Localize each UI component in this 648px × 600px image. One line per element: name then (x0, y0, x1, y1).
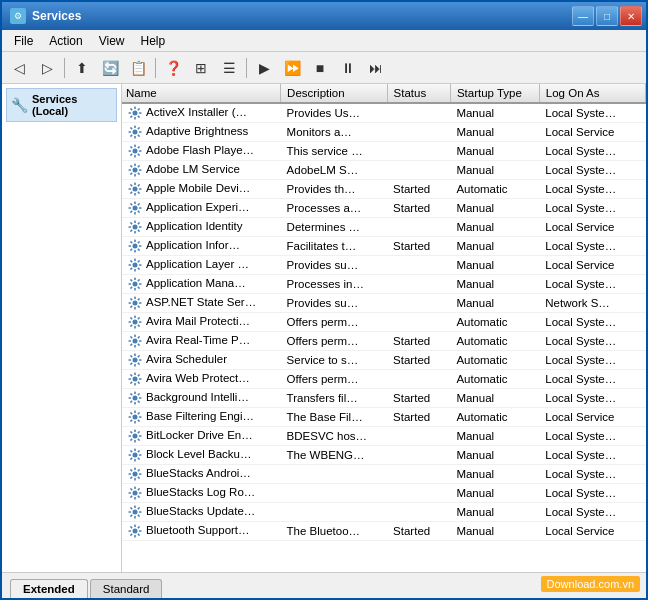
toolbar-pause[interactable]: ⏸ (335, 56, 361, 80)
service-startup-cell: Manual (450, 503, 539, 522)
service-gear-icon (128, 106, 142, 120)
toolbar-restart[interactable]: ⏭ (363, 56, 389, 80)
svg-rect-64 (134, 240, 136, 243)
bottom-tabs: Extended Standard (2, 572, 646, 598)
service-startup-cell: Manual (450, 142, 539, 161)
table-row[interactable]: Background Intelli…Transfers fil…Started… (122, 389, 646, 408)
table-row[interactable]: Adobe Flash Playe…This service …ManualLo… (122, 142, 646, 161)
service-gear-icon (128, 296, 142, 310)
svg-rect-156 (139, 435, 142, 437)
table-row[interactable]: Avira SchedulerService to s…StartedAutom… (122, 351, 646, 370)
table-row[interactable]: ASP.NET State Ser…Provides su…ManualNetw… (122, 294, 646, 313)
toolbar-export[interactable]: 📋 (125, 56, 151, 80)
svg-rect-138 (139, 397, 142, 399)
service-name-text: Application Identity (146, 220, 243, 232)
service-name-text: Application Infor… (146, 239, 240, 251)
table-row[interactable]: BlueStacks Log Ro…ManualLocal Syste… (122, 484, 646, 503)
window-icon: ⚙ (10, 8, 26, 24)
svg-point-72 (133, 263, 138, 268)
title-bar: ⚙ Services — □ ✕ (2, 2, 646, 30)
svg-rect-183 (139, 492, 142, 494)
menu-file[interactable]: File (6, 32, 41, 50)
svg-point-135 (133, 396, 138, 401)
toolbar-play[interactable]: ▶ (251, 56, 277, 80)
svg-point-90 (133, 301, 138, 306)
svg-rect-41 (134, 193, 136, 196)
col-header-status[interactable]: Status (387, 84, 450, 103)
col-header-name[interactable]: Name (122, 84, 281, 103)
svg-rect-175 (137, 476, 140, 479)
table-row[interactable]: Application Experi…Processes a…StartedMa… (122, 199, 646, 218)
service-gear-icon (128, 467, 142, 481)
service-logon-cell: Local Syste… (539, 351, 645, 370)
svg-point-18 (133, 149, 138, 154)
toolbar-stop[interactable]: ■ (307, 56, 333, 80)
svg-rect-188 (130, 488, 133, 491)
service-name-cell: BlueStacks Update… (122, 503, 281, 522)
table-row[interactable]: Adobe LM ServiceAdobeLM S…ManualLocal Sy… (122, 161, 646, 180)
toolbar-play-step[interactable]: ⏩ (279, 56, 305, 80)
col-header-logon[interactable]: Log On As (539, 84, 645, 103)
svg-rect-103 (137, 324, 140, 327)
toolbar-back[interactable]: ◁ (6, 56, 32, 80)
service-startup-cell: Manual (450, 275, 539, 294)
table-row[interactable]: Block Level Backu…The WBENG…ManualLocal … (122, 446, 646, 465)
toolbar-view2[interactable]: ☰ (216, 56, 242, 80)
table-row[interactable]: Adaptive BrightnessMonitors a…ManualLoca… (122, 123, 646, 142)
svg-rect-104 (134, 326, 136, 329)
col-header-desc[interactable]: Description (281, 84, 388, 103)
menu-view[interactable]: View (91, 32, 133, 50)
svg-rect-206 (130, 526, 133, 529)
svg-rect-28 (134, 164, 136, 167)
service-name-text: Avira Web Protect… (146, 372, 250, 384)
toolbar-refresh[interactable]: 🔄 (97, 56, 123, 80)
service-logon-cell: Local Syste… (539, 389, 645, 408)
svg-rect-76 (137, 267, 140, 270)
table-row[interactable]: Avira Real-Time P…Offers perm…StartedAut… (122, 332, 646, 351)
menu-action[interactable]: Action (41, 32, 90, 50)
table-row[interactable]: Application Layer …Provides su…ManualLoc… (122, 256, 646, 275)
svg-rect-163 (134, 449, 136, 452)
table-row[interactable]: BlueStacks Update…ManualLocal Syste… (122, 503, 646, 522)
table-row[interactable]: ActiveX Installer (…Provides Us…ManualLo… (122, 103, 646, 123)
service-gear-icon (128, 163, 142, 177)
toolbar-forward[interactable]: ▷ (34, 56, 60, 80)
toolbar-up[interactable]: ⬆ (69, 56, 95, 80)
svg-rect-136 (134, 392, 136, 395)
svg-rect-201 (139, 530, 142, 532)
services-list[interactable]: Name Description Status Startup Type Log… (122, 84, 646, 572)
tab-standard[interactable]: Standard (90, 579, 163, 598)
table-row[interactable]: Application IdentityDetermines …ManualLo… (122, 218, 646, 237)
table-row[interactable]: Application Mana…Processes in…ManualLoca… (122, 275, 646, 294)
service-name-text: Application Mana… (146, 277, 246, 289)
close-button[interactable]: ✕ (620, 6, 642, 26)
service-status-cell (387, 427, 450, 446)
table-row[interactable]: Avira Mail Protecti…Offers perm…Automati… (122, 313, 646, 332)
svg-rect-11 (137, 127, 140, 130)
svg-rect-59 (134, 231, 136, 234)
tab-extended[interactable]: Extended (10, 579, 88, 598)
title-bar-left: ⚙ Services (10, 8, 81, 24)
service-desc-cell: Determines … (281, 218, 388, 237)
table-row[interactable]: Apple Mobile Devi…Provides th…StartedAut… (122, 180, 646, 199)
svg-rect-133 (129, 378, 132, 380)
title-controls: — □ ✕ (572, 6, 642, 26)
table-row[interactable]: Application Infor…Facilitates t…StartedM… (122, 237, 646, 256)
minimize-button[interactable]: — (572, 6, 594, 26)
table-row[interactable]: Avira Web Protect…Offers perm…AutomaticL… (122, 370, 646, 389)
service-name-text: Avira Mail Protecti… (146, 315, 250, 327)
col-header-startup[interactable]: Startup Type (450, 84, 539, 103)
sidebar-services-local[interactable]: 🔧 Services (Local) (6, 88, 117, 122)
toolbar-view[interactable]: ⊞ (188, 56, 214, 80)
svg-rect-13 (137, 134, 140, 137)
toolbar-help[interactable]: ❓ (160, 56, 186, 80)
maximize-button[interactable]: □ (596, 6, 618, 26)
svg-point-99 (133, 320, 138, 325)
table-row[interactable]: Base Filtering Engi…The Base Fil…Started… (122, 408, 646, 427)
svg-rect-164 (137, 450, 140, 453)
svg-rect-187 (129, 492, 132, 494)
table-row[interactable]: BitLocker Drive En…BDESVC hos…ManualLoca… (122, 427, 646, 446)
table-row[interactable]: BlueStacks Androi…ManualLocal Syste… (122, 465, 646, 484)
menu-help[interactable]: Help (133, 32, 174, 50)
table-row[interactable]: Bluetooth Support…The Bluetoo…StartedMan… (122, 522, 646, 541)
